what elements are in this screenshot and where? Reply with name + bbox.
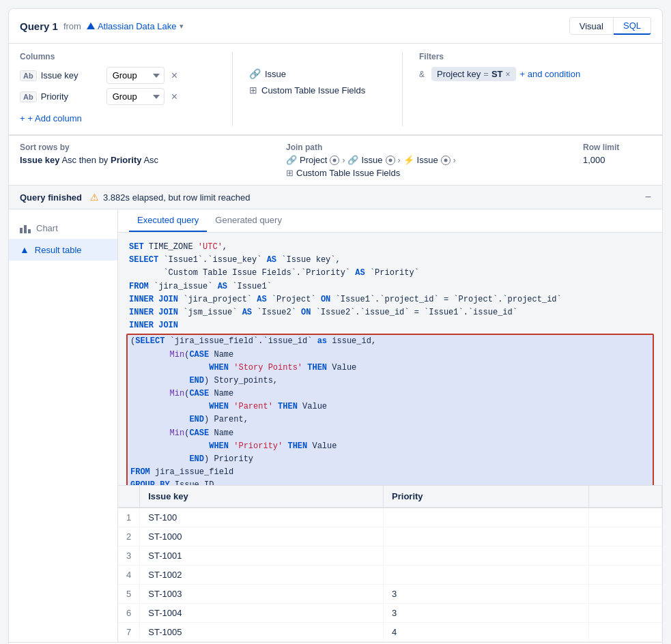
table-row: 3 ST-1001: [118, 546, 662, 566]
code-line-10: END) Story_points,: [130, 375, 650, 387]
and-label: &: [419, 70, 425, 79]
table-row: 6 ST-1004 3: [118, 604, 662, 623]
tab-executed-query[interactable]: Executed query: [129, 209, 207, 232]
query-bar: Query finished ⚠ 3.882s elapsed, but row…: [9, 185, 662, 209]
add-column-button[interactable]: + + Add column: [20, 111, 216, 126]
query-finished-label: Query finished: [20, 192, 82, 203]
collapse-button[interactable]: −: [645, 191, 651, 203]
arrow-icon-3: ›: [453, 156, 456, 165]
column-group-dropdown-1[interactable]: Group Measure: [106, 67, 165, 84]
chart-button[interactable]: Chart: [9, 218, 117, 239]
jp-issue-2-label: Issue: [417, 155, 438, 165]
table-row: 4 ST-1002: [118, 566, 662, 585]
code-line-7: (SELECT `jira_issue_field`.`issue_id` as…: [130, 335, 650, 348]
cell-issue-key: ST-1002: [140, 566, 384, 585]
table-row: 2 ST-1000: [118, 527, 662, 546]
row-limit-label: Row limit: [583, 143, 651, 152]
bar-chart-icon: [20, 224, 31, 233]
code-line-6: INNER JOIN: [129, 319, 651, 332]
project-icon: 🔗: [286, 155, 297, 165]
code-line-4: INNER JOIN `jira_project` AS `Project` O…: [129, 293, 651, 306]
result-table-button[interactable]: ▲ Result table: [9, 239, 117, 261]
columns-section: Columns Ab Issue key Group Measure × Ab …: [20, 52, 216, 126]
cell-extra: [589, 604, 662, 623]
cell-priority: [384, 508, 589, 527]
code-line-2: `Custom Table Issue Fields`.`Priority` A…: [129, 267, 651, 280]
jp-issue-1-label: Issue: [361, 155, 382, 165]
jp-project-label: Project: [300, 155, 327, 165]
chart-label: Chart: [36, 223, 58, 233]
data-source-issue: 🔗 Issue: [249, 68, 386, 79]
column-type-icon-ab-2: Ab: [20, 91, 37, 102]
filter-field: Project key: [437, 69, 481, 79]
col-header-num: [118, 486, 140, 508]
atlassian-data-lake-selector[interactable]: Atlassian Data Lake ▾: [87, 21, 184, 31]
arrow-icon-1: ›: [342, 156, 345, 165]
chevron-down-icon: ▾: [180, 22, 184, 31]
eye-icon-1[interactable]: [330, 156, 339, 165]
cell-priority: 4: [384, 623, 589, 642]
jp-item-project: 🔗 Project: [286, 155, 327, 165]
remove-filter-button[interactable]: ×: [506, 70, 511, 79]
tab-sql[interactable]: SQL: [614, 17, 651, 35]
column-name-issue-key: Issue key: [41, 70, 102, 80]
tab-visual[interactable]: Visual: [569, 17, 614, 35]
cell-row-num: 3: [118, 546, 140, 566]
cell-row-num: 4: [118, 566, 140, 585]
right-panel: Executed query Generated query SET TIME_…: [118, 209, 662, 642]
cell-extra: [589, 508, 662, 527]
atlassian-icon-small: ▲: [20, 244, 29, 255]
code-line-12: WHEN 'Parent' THEN Value: [130, 400, 650, 413]
view-tabs: Visual SQL: [569, 17, 651, 35]
code-line-14: Min(CASE Name: [130, 427, 650, 440]
cell-priority: [384, 546, 589, 566]
config-area: Columns Ab Issue key Group Measure × Ab …: [9, 44, 662, 135]
result-table-container: Issue key Priority 1 ST-100 2 ST-1000 3: [118, 486, 662, 642]
issue-icon: 🔗: [249, 68, 261, 79]
col-header-extra: [589, 486, 662, 508]
result-section: Issue key Priority 1 ST-100 2 ST-1000 3: [118, 485, 662, 642]
filters-section: Filters & Project key = ST × + and condi…: [419, 52, 651, 126]
filter-op: =: [483, 69, 489, 79]
jp-item-issue-1: 🔗 Issue: [347, 155, 382, 165]
code-line-11: Min(CASE Name: [130, 387, 650, 400]
column-row-issue-key: Ab Issue key Group Measure ×: [20, 67, 216, 84]
code-line-0: SET TIME_ZONE 'UTC',: [129, 241, 651, 254]
sort-info: Issue key Asc then by Priority Asc: [20, 155, 259, 165]
lightning-icon: ⚡: [403, 155, 414, 165]
column-type-icon-ab: Ab: [20, 70, 37, 81]
table-row: 7 ST-1005 4: [118, 623, 662, 642]
query-title: Query 1: [20, 20, 58, 32]
code-line-16: END) Priority: [130, 453, 650, 466]
custom-table-label: Custom Table Issue Fields: [261, 85, 365, 96]
result-table: Issue key Priority 1 ST-100 2 ST-1000 3: [118, 486, 662, 642]
eye-icon-3[interactable]: [441, 156, 451, 165]
table-icon: ⊞: [249, 85, 257, 96]
cell-row-num: 6: [118, 604, 140, 623]
issue-icon-2: 🔗: [347, 155, 358, 165]
remove-column-1-button[interactable]: ×: [169, 68, 180, 83]
eye-icon-2[interactable]: [386, 156, 395, 165]
sql-code-area: SET TIME_ZONE 'UTC', SELECT `Issue1`.`is…: [118, 233, 662, 485]
data-sources-section: 🔗 Issue ⊞ Custom Table Issue Fields: [249, 52, 386, 126]
elapsed-warning: ⚠ 3.882s elapsed, but row limit reached: [90, 192, 250, 203]
table-row: 5 ST-1003 3: [118, 585, 662, 604]
data-source-name: Atlassian Data Lake: [98, 21, 177, 31]
query-from-label: from: [63, 21, 81, 31]
code-line-9: WHEN 'Story Points' THEN Value: [130, 362, 650, 375]
header: Query 1 from Atlassian Data Lake ▾ Visua…: [9, 9, 662, 44]
column-group-dropdown-2[interactable]: Group Measure: [106, 88, 165, 105]
add-condition-button[interactable]: + and condition: [520, 69, 581, 79]
cell-row-num: 2: [118, 527, 140, 546]
filters-label: Filters: [419, 52, 651, 61]
filter-chip-project-key[interactable]: Project key = ST ×: [431, 67, 516, 81]
join-path-section: Sort rows by Issue key Asc then by Prior…: [9, 135, 662, 185]
warning-icon: ⚠: [90, 192, 99, 203]
remove-column-2-button[interactable]: ×: [169, 89, 180, 104]
cell-row-num: 7: [118, 623, 140, 642]
tab-generated-query[interactable]: Generated query: [207, 209, 290, 232]
join-path-label: Join path: [286, 143, 556, 152]
col-header-priority: Priority: [384, 486, 589, 508]
add-column-label: + Add column: [28, 113, 82, 123]
arrow-icon-2: ›: [398, 156, 401, 165]
